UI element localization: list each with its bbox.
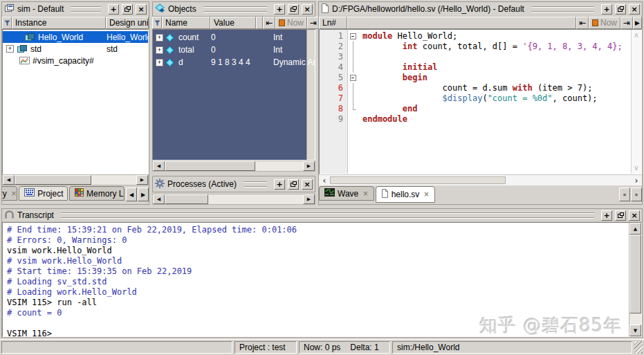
scroll-right-button[interactable]: ▶	[303, 194, 315, 204]
tab-scroll-left-button[interactable]: ◀	[126, 188, 137, 201]
scroll-left-button[interactable]: ‹	[319, 175, 330, 185]
close-icon[interactable]: ×	[11, 190, 17, 197]
processes-close-button[interactable]: ×	[302, 179, 313, 190]
scrollbar-track[interactable]	[255, 161, 303, 171]
objects-add-button[interactable]: +	[274, 4, 285, 15]
scrollbar-thumb[interactable]	[629, 235, 641, 313]
objects-close-button[interactable]: ×	[302, 4, 313, 15]
scrollbar-thumb[interactable]	[165, 194, 208, 204]
scroll-up-button[interactable]: ▲	[629, 223, 641, 235]
tab-library[interactable]: ary ×	[2, 186, 17, 201]
transcript-drag-grip[interactable]	[61, 212, 594, 218]
expander-icon[interactable]: +	[156, 46, 163, 54]
editor-close-button[interactable]: ×	[629, 4, 640, 15]
now-right-icon[interactable]: ⇥	[620, 17, 633, 29]
processes-add-button[interactable]: +	[274, 179, 285, 190]
code-line[interactable]: 6 count = d.sum with (item > 7);	[320, 83, 641, 93]
transcript-close-button[interactable]: ×	[629, 210, 640, 221]
now-indicator[interactable]: Now	[275, 17, 307, 29]
sim-add-button[interactable]: +	[108, 4, 119, 15]
scroll-right-button[interactable]: ▶	[303, 161, 315, 171]
scrollbar-thumb[interactable]	[330, 176, 506, 184]
column-header-instance[interactable]: Instance	[12, 17, 106, 29]
code-line[interactable]: 5 begin	[320, 73, 641, 83]
tab-wave[interactable]: Wave ×	[319, 186, 374, 201]
header-expand-arrow[interactable]: ▶	[633, 17, 642, 29]
expander-icon[interactable]: +	[6, 45, 14, 53]
scroll-right-button[interactable]: ▶	[136, 175, 148, 185]
editor-horizontal-scrollbar[interactable]: ‹ ›	[319, 174, 642, 185]
scroll-up-icon[interactable]: ∧	[634, 32, 638, 39]
now-indicator[interactable]: Now	[589, 17, 620, 29]
scrollbar-thumb[interactable]	[165, 161, 255, 171]
close-icon[interactable]: ×	[362, 190, 368, 197]
code-line[interactable]: 9endmodule	[320, 114, 641, 125]
sim-close-button[interactable]: ×	[136, 4, 147, 15]
scrollbar-thumb[interactable]	[15, 175, 91, 185]
transcript-add-button[interactable]: +	[601, 210, 612, 221]
scroll-right-button[interactable]: ›	[631, 175, 642, 185]
scroll-left-button[interactable]: ◀	[153, 161, 165, 171]
fold-toggle-icon[interactable]	[348, 31, 360, 42]
scrollbar-track[interactable]	[208, 194, 303, 204]
object-row[interactable]: +total0Int	[153, 44, 306, 56]
code-editor-content[interactable]: 1module Hello_World;2 int count, total, …	[319, 29, 642, 174]
processes-undock-button[interactable]	[288, 179, 299, 190]
scroll-left-button[interactable]: ◀	[3, 175, 15, 185]
sim-undock-button[interactable]	[122, 4, 133, 15]
scroll-left-button[interactable]: ◀	[153, 194, 165, 204]
tab-scroll-right-button[interactable]: »	[631, 188, 642, 201]
editor-undock-button[interactable]	[615, 4, 626, 15]
code-line[interactable]: 7 $display("count = %0d", count);	[320, 93, 641, 104]
transcript-vertical-scrollbar[interactable]: ▲ ▼	[629, 223, 641, 336]
scroll-down-icon[interactable]: ∨	[634, 165, 638, 172]
sim-panel-drag-grip[interactable]	[71, 6, 101, 12]
code-line[interactable]: 8 end	[320, 104, 641, 114]
tab-scroll-left-button[interactable]: «	[619, 188, 630, 201]
editor-vertical-scrollbar[interactable]: ∧ ∨	[631, 30, 641, 174]
sim-tree-row[interactable]: #vsim_capacity#	[3, 55, 148, 66]
now-left-icon[interactable]: ⇤	[576, 17, 589, 29]
column-header-value[interactable]: Value	[210, 17, 256, 29]
editor-add-button[interactable]: +	[601, 4, 612, 15]
object-row[interactable]: +count0Int	[153, 31, 306, 44]
tab-scroll-right-button[interactable]: ▶	[138, 188, 149, 201]
objects-vertical-scrollbar[interactable]	[306, 30, 315, 160]
column-header-name[interactable]: Name	[162, 17, 210, 29]
code-line[interactable]: 2 int count, total, d[] = '{9, 1, 8, 3, …	[320, 42, 641, 52]
code-line[interactable]: 4 initial	[320, 62, 641, 73]
processes-panel-drag-grip[interactable]	[243, 181, 267, 187]
tab-hello-sv[interactable]: hello.sv ×	[376, 186, 435, 203]
objects-undock-button[interactable]	[288, 4, 299, 15]
sim-tree-row[interactable]: Hello_WorldHello_World	[3, 31, 148, 43]
now-label: Now	[287, 18, 304, 28]
transcript-undock-button[interactable]	[615, 210, 626, 221]
sim-horizontal-scrollbar[interactable]: ◀ ▶	[2, 174, 149, 185]
scroll-down-button[interactable]: ▼	[629, 325, 641, 336]
fold-toggle-icon[interactable]	[348, 73, 360, 83]
expander-icon[interactable]: +	[156, 34, 163, 42]
editor-drag-grip[interactable]	[531, 6, 594, 12]
now-left-icon[interactable]: ⇤	[263, 17, 275, 29]
objects-horizontal-scrollbar[interactable]: ◀ ▶	[152, 161, 315, 172]
scrollbar-track[interactable]	[91, 175, 136, 185]
line-number-header[interactable]: Ln#	[319, 17, 347, 29]
close-icon[interactable]: ×	[67, 190, 68, 197]
processes-horizontal-scrollbar[interactable]: ◀ ▶	[152, 194, 315, 205]
object-row[interactable]: +d9 1 8 3 4 4Dynamic Arra	[153, 56, 306, 69]
tab-memory-list[interactable]: Memory List	[69, 186, 125, 201]
objects-panel-drag-grip[interactable]	[203, 6, 267, 12]
filter-icon[interactable]	[2, 17, 12, 29]
code-line[interactable]: 3	[320, 52, 641, 62]
sim-tree-row[interactable]: +stdstd	[3, 43, 148, 55]
close-icon[interactable]: ×	[423, 191, 429, 198]
column-header-design-unit[interactable]: Design unit	[106, 17, 149, 29]
code-line[interactable]: 1module Hello_World;	[320, 31, 641, 42]
filter-icon[interactable]	[152, 17, 162, 29]
scrollbar-track[interactable]	[629, 313, 641, 325]
tab-project[interactable]: Project ×	[19, 186, 68, 201]
status-time: Now: 0 ps Delta: 1	[299, 341, 390, 354]
resize-grip[interactable]	[634, 341, 643, 354]
expander-icon[interactable]: +	[156, 59, 163, 66]
scrollbar-track[interactable]	[506, 175, 631, 185]
